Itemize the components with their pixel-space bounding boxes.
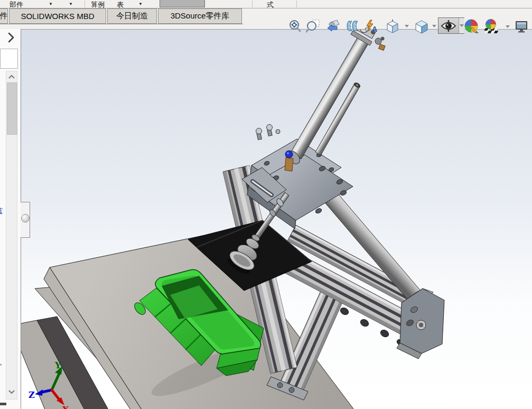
scroll-up-icon[interactable] — [8, 74, 15, 79]
apply-scene-icon[interactable] — [484, 19, 499, 34]
apply-scene-caret-icon[interactable] — [506, 25, 510, 28]
zoom-to-fit-icon[interactable] — [287, 19, 302, 34]
tab-jinri-zhizao[interactable]: 今日制造 — [107, 8, 157, 24]
command-label-table[interactable]: 表 — [117, 0, 124, 8]
command-label-study[interactable]: 算例 — [91, 0, 105, 8]
x-axis-label: X — [62, 405, 69, 409]
panel-scrollbar[interactable] — [6, 71, 17, 399]
scroll-down-icon[interactable] — [8, 389, 15, 395]
tab-3dsource[interactable]: 3DSource零件库 — [158, 8, 242, 24]
panel-blank-box — [0, 49, 18, 69]
edit-appearance-icon[interactable] — [464, 19, 479, 34]
view-orientation-caret-icon[interactable] — [405, 25, 409, 27]
separator — [252, 1, 253, 7]
scrollbar-thumb[interactable] — [7, 82, 17, 135]
separator — [85, 1, 85, 7]
clipped-tree-text: 蓝 — [0, 207, 3, 216]
eye-icon — [441, 20, 456, 32]
view-orientation-icon[interactable] — [385, 19, 400, 34]
expand-panel-button[interactable] — [6, 31, 16, 44]
display-style-icon[interactable] — [414, 19, 429, 34]
hide-show-items-group — [438, 17, 464, 34]
graphics-viewport[interactable]: Y Z X — [21, 29, 532, 409]
display-style-caret-icon[interactable] — [432, 25, 436, 27]
dropdown-caret-icon[interactable]: ▼ — [138, 2, 143, 6]
dynamic-annotation-views-icon[interactable]: A — [364, 19, 379, 34]
tab-solidworks-mbd[interactable]: SOLIDWORKS MBD — [9, 8, 106, 24]
tab-bottom-border — [0, 24, 243, 24]
tab-and-toolbar-strip: 件 SOLIDWORKS MBD 今日制造 3DSource零件库 A — [0, 8, 532, 29]
command-label-components[interactable]: 部件 — [10, 0, 23, 8]
hide-show-items-button[interactable] — [438, 18, 459, 33]
y-axis-label: Y — [54, 360, 61, 370]
command-label-style[interactable]: 式 — [267, 0, 274, 8]
svg-text:A: A — [372, 25, 377, 33]
dropdown-caret-icon[interactable]: ▼ — [49, 2, 53, 6]
panel-flyout-tab[interactable] — [21, 202, 30, 238]
valve-fitting — [256, 128, 262, 134]
flyout-handle-icon[interactable] — [21, 214, 30, 222]
active-command-button[interactable] — [160, 0, 205, 7]
clipped-tree-arrow: ▷ — [0, 361, 2, 368]
hide-show-caret-icon — [460, 24, 464, 27]
command-manager-row: 部件 ▼ ▼ 算例 表 ▼ 式 — [0, 0, 532, 8]
blue-fitting — [285, 151, 293, 171]
section-view-icon[interactable] — [346, 19, 360, 34]
valve-fitting — [267, 125, 273, 131]
left-panel: 蓝 ▷ — [0, 25, 21, 409]
tab-partial[interactable]: 件 — [0, 8, 8, 24]
dropdown-caret-icon[interactable]: ▼ — [69, 2, 73, 6]
model-canvas[interactable]: Y Z X — [21, 30, 532, 409]
previous-view-icon[interactable] — [326, 19, 341, 34]
zoom-to-area-icon[interactable] — [306, 19, 321, 34]
separator — [296, 1, 297, 7]
hide-show-items-caret-button[interactable] — [459, 18, 464, 33]
z-axis-label: Z — [29, 390, 35, 400]
window-edge-fragment — [0, 403, 6, 405]
view-settings-icon[interactable] — [514, 19, 529, 34]
